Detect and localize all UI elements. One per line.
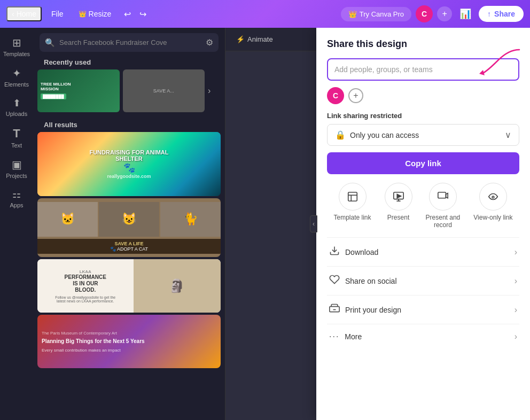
top-nav: ‹ Home File 👑 Resize ↩ ↪ 👑 Try Canva Pro… bbox=[0, 0, 530, 28]
try-pro-label: Try Canva Pro bbox=[360, 10, 404, 18]
text-icon: T bbox=[13, 127, 20, 141]
print-icon bbox=[329, 303, 340, 316]
animate-label: Animate bbox=[247, 35, 273, 43]
present-record-icon bbox=[429, 183, 457, 211]
download-icon bbox=[329, 245, 340, 259]
template-card-cats[interactable]: 🐱 😺 🐈 SAVE A LIFE 🐾 ADOPT A CAT bbox=[37, 198, 221, 257]
recently-used-title: Recently used bbox=[37, 56, 221, 69]
people-input-wrap bbox=[327, 58, 519, 81]
chevron-left-icon: ‹ bbox=[12, 10, 14, 18]
share-social-icon bbox=[329, 274, 340, 287]
share-avatars: C + bbox=[327, 87, 519, 104]
view-only-label: View-only link bbox=[473, 214, 512, 221]
print-chevron: › bbox=[515, 305, 517, 315]
left-sidebar: ⊞ Templates ✦ Elements ⬆ Uploads T Text … bbox=[0, 28, 33, 420]
template-card-performance[interactable]: LKAA PERFORMANCEIS IN OURBLOOD. Follow u… bbox=[37, 259, 221, 313]
share-option-view-only[interactable]: View-only link bbox=[473, 183, 512, 229]
present-icon bbox=[385, 183, 412, 211]
recently-template-2: SAVE A... bbox=[123, 69, 205, 112]
sidebar-item-projects[interactable]: ▣ Projects bbox=[2, 154, 31, 183]
template-link-label: Template link bbox=[334, 214, 371, 221]
view-only-icon bbox=[479, 183, 507, 211]
home-button[interactable]: ‹ Home bbox=[6, 6, 42, 21]
search-input[interactable] bbox=[59, 38, 201, 46]
sidebar-item-elements-label: Elements bbox=[4, 81, 29, 88]
share-option-template-link[interactable]: Template link bbox=[334, 183, 371, 229]
action-print[interactable]: Print your design › bbox=[327, 295, 519, 324]
recently-item-2[interactable]: SAVE A... bbox=[123, 69, 205, 112]
present-label: Present bbox=[387, 214, 409, 221]
nav-plus-button[interactable]: + bbox=[437, 6, 452, 21]
templates-panel: 🔍 ⚙ Recently used TREE MILLIONMISSION ██… bbox=[33, 28, 225, 420]
collapse-panel-button[interactable]: ‹ bbox=[310, 215, 317, 232]
sidebar-item-elements[interactable]: ✦ Elements bbox=[2, 63, 31, 92]
template-card-fundraising[interactable]: FUNDRAISING FOR ANIMAL SHELTER 🐾 reallyg… bbox=[37, 132, 221, 196]
share-social-chevron: › bbox=[515, 276, 517, 286]
template-cats-preview: 🐱 😺 🐈 SAVE A LIFE 🐾 ADOPT A CAT bbox=[37, 198, 221, 257]
present-record-label: Present andrecord bbox=[426, 214, 461, 229]
action-download[interactable]: Download › bbox=[327, 237, 519, 266]
template-fundraising-preview: FUNDRAISING FOR ANIMAL SHELTER 🐾 reallyg… bbox=[37, 132, 221, 196]
recently-used-grid: TREE MILLIONMISSION ████████ SAVE A... › bbox=[37, 69, 221, 112]
share-button[interactable]: ↑ Share bbox=[479, 6, 524, 22]
redo-button[interactable]: ↪ bbox=[136, 7, 150, 21]
share-icon: ↑ bbox=[487, 10, 491, 18]
uploads-icon: ⬆ bbox=[13, 97, 21, 109]
share-option-present-record[interactable]: Present andrecord bbox=[426, 183, 461, 229]
templates-icon: ⊞ bbox=[12, 36, 21, 49]
animate-icon: ⚡ bbox=[236, 35, 245, 43]
action-share-social[interactable]: Share on social › bbox=[327, 266, 519, 295]
share-label: Share bbox=[494, 10, 515, 18]
share-social-left: Share on social bbox=[329, 274, 397, 287]
share-panel-title: Share this design bbox=[327, 38, 519, 50]
share-add-button[interactable]: + bbox=[348, 88, 363, 103]
action-more[interactable]: ··· More › bbox=[327, 324, 519, 349]
template-card-planning[interactable]: The Paris Museum of Contemporary Art Pla… bbox=[37, 315, 221, 368]
lock-icon: 🔒 bbox=[335, 130, 346, 140]
more-icon: ··· bbox=[329, 332, 339, 341]
undo-button[interactable]: ↩ bbox=[121, 7, 134, 21]
share-social-label: Share on social bbox=[345, 277, 397, 285]
print-label: Print your design bbox=[345, 306, 401, 314]
crown-pro-icon: 👑 bbox=[348, 10, 357, 18]
user-avatar[interactable]: C bbox=[416, 5, 433, 22]
animate-button[interactable]: ⚡ Animate bbox=[232, 33, 277, 45]
recently-item-1[interactable]: TREE MILLIONMISSION ████████ bbox=[37, 69, 120, 112]
copy-link-button[interactable]: Copy link bbox=[327, 152, 519, 174]
sidebar-item-text-label: Text bbox=[11, 142, 22, 149]
apps-icon: ⚏ bbox=[12, 189, 21, 200]
sidebar-item-uploads[interactable]: ⬆ Uploads bbox=[2, 93, 31, 121]
sidebar-item-apps[interactable]: ⚏ Apps bbox=[2, 184, 31, 213]
link-dropdown[interactable]: 🔒 Only you can access ∨ bbox=[327, 124, 519, 146]
more-left: ··· More bbox=[329, 332, 362, 341]
template-performance-preview: LKAA PERFORMANCEIS IN OURBLOOD. Follow u… bbox=[37, 259, 221, 313]
share-panel-inner: Share this design C + bbox=[316, 28, 530, 360]
recently-scroll-arrow[interactable]: › bbox=[208, 69, 221, 112]
download-label: Download bbox=[345, 248, 378, 256]
all-results-title: All results bbox=[37, 119, 221, 132]
file-button[interactable]: File bbox=[46, 7, 69, 20]
template-link-icon bbox=[339, 183, 367, 211]
main-layout: ⊞ Templates ✦ Elements ⬆ Uploads T Text … bbox=[0, 28, 530, 420]
crown-icon: 👑 bbox=[79, 10, 87, 18]
try-pro-button[interactable]: 👑 Try Canva Pro bbox=[341, 7, 411, 21]
analytics-button[interactable]: 📊 bbox=[456, 6, 474, 22]
sidebar-item-text[interactable]: T Text bbox=[2, 122, 31, 153]
sidebar-item-templates[interactable]: ⊞ Templates bbox=[2, 32, 31, 61]
template-planning-preview: The Paris Museum of Contemporary Art Pla… bbox=[37, 315, 221, 368]
print-left: Print your design bbox=[329, 303, 401, 316]
projects-icon: ▣ bbox=[12, 158, 22, 171]
search-icon: 🔍 bbox=[45, 38, 55, 48]
svg-marker-9 bbox=[446, 193, 448, 198]
chevron-down-icon: ∨ bbox=[505, 130, 511, 140]
resize-button[interactable]: 👑 Resize bbox=[73, 7, 117, 20]
people-input[interactable] bbox=[334, 65, 512, 74]
more-chevron: › bbox=[515, 332, 517, 341]
share-avatar-user[interactable]: C bbox=[327, 87, 344, 104]
download-chevron: › bbox=[515, 247, 517, 257]
access-text: Only you can access bbox=[350, 131, 501, 139]
filter-button[interactable]: ⚙ bbox=[206, 37, 213, 48]
elements-icon: ✦ bbox=[12, 67, 21, 80]
share-option-present[interactable]: Present bbox=[385, 183, 412, 229]
home-label: Home bbox=[17, 10, 36, 18]
